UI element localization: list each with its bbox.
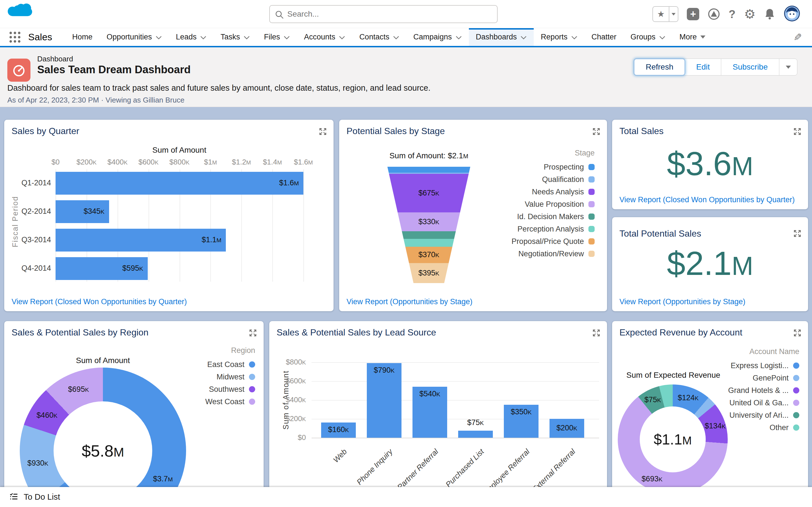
legend-item[interactable]: Negotiation/Review [518,247,595,260]
legend-account-name: Account Name Express Logisti... GenePoin… [728,345,799,434]
widget-title[interactable]: Total Potential Sales [619,228,701,239]
legend-stage: Stage Prospecting Qualification Needs An… [511,147,595,260]
edit-button[interactable]: Edit [685,59,721,75]
tab-dashboards[interactable]: Dashboards [469,28,534,46]
y-tick-label: $400K [275,395,306,404]
favorites-caret-icon[interactable] [669,13,678,15]
legend-item[interactable]: Value Proposition [525,198,595,210]
setup-gear-icon[interactable]: ⚙ [744,6,756,22]
app-launcher-waffle-icon[interactable] [8,28,21,46]
header-actions: Refresh Edit Subscribe [634,59,797,75]
widget-title[interactable]: Potential Sales by Stage [347,126,445,136]
legend-item[interactable]: Perception Analysis [517,223,595,235]
funnel-segment-Perception Analysis [388,239,470,247]
star-icon[interactable]: ★ [653,7,669,21]
gridline [312,362,599,363]
tab-groups[interactable]: Groups [623,28,672,46]
legend-swatch [589,226,595,232]
notifications-bell-icon[interactable] [764,8,775,20]
funnel-chart: $675K$330K$370K$395K [388,167,470,283]
expand-icon[interactable] [592,127,601,136]
tab-home[interactable]: Home [65,28,100,46]
legend-item[interactable]: United Oil & Ga... [729,397,799,409]
legend-region: Region East Coast Midwest Southwest West… [205,344,255,408]
legend-item[interactable]: Express Logisti... [730,359,799,372]
user-avatar[interactable] [784,5,800,23]
funnel-segment-Value Proposition: $330K [388,212,470,231]
legend-swatch [589,214,595,220]
panel-sales-by-quarter: Sales by Quarter Sum of Amount Fiscal Pe… [4,120,334,311]
tab-opportunities[interactable]: Opportunities [100,28,169,46]
legend-swatch [249,399,255,405]
guidance-center-icon[interactable] [708,8,720,20]
segment-value-label: $395K [418,269,439,277]
slice-label-Southwest: $460K [37,411,57,419]
slice-label-East Coast: $3.7M [153,474,173,483]
more-actions-caret[interactable] [779,59,797,75]
x-tick-label: $1.6M [284,158,323,166]
expand-icon[interactable] [793,127,802,136]
bar-value-label: $200K [542,424,592,432]
global-search [269,5,498,23]
tab-reports[interactable]: Reports [534,28,585,46]
view-report-link[interactable]: View Report (Closed Won Opportunities by… [619,195,795,204]
legend-swatch [793,412,799,418]
bar-value-label: $345K [56,207,105,216]
subscribe-button[interactable]: Subscribe [721,59,779,75]
todo-list-button[interactable]: To Do List [24,492,60,502]
legend-item[interactable]: West Coast [205,395,255,408]
donut-center-value: $1.1M [654,431,692,448]
todo-list-icon [9,492,18,503]
funnel-segment-Negotiation/Review: $395K [388,263,470,283]
legend-item[interactable]: Needs Analysis [532,186,595,198]
legend-item[interactable]: Midwest [216,371,255,383]
app-name[interactable]: Sales [28,28,52,46]
legend-item[interactable]: Prospecting [544,161,595,173]
legend-item[interactable]: Other [769,421,799,434]
panel-total-potential-sales: Total Potential Sales $2.1M View Report … [612,217,808,311]
legend-item[interactable]: Proposal/Price Quote [511,235,595,247]
chevron-down-icon [200,36,206,40]
tab-contacts[interactable]: Contacts [352,28,406,46]
legend-swatch [589,164,595,170]
legend-item[interactable]: Qualification [542,173,595,186]
chevron-down-icon [244,36,250,40]
refresh-button[interactable]: Refresh [634,59,685,75]
legend-item[interactable]: GenePoint [753,372,799,384]
panel-potential-sales-by-stage: Potential Sales by Stage Sum of Amount: … [339,120,607,311]
search-input[interactable] [287,6,493,22]
x-axis-line [312,438,599,438]
expand-icon[interactable] [793,229,802,238]
tab-leads[interactable]: Leads [169,28,214,46]
tab-tasks[interactable]: Tasks [213,28,257,46]
legend-item[interactable]: Id. Decision Makers [517,210,595,223]
edit-nav-pencil-icon[interactable]: ✎ [794,32,802,43]
chevron-down-icon [520,36,527,40]
funnel-segment-Proposal/Price Quote: $370K [388,247,470,263]
widget-title[interactable]: Total Sales [619,126,664,136]
legend-item[interactable]: Southwest [209,383,255,395]
legend-item[interactable]: Grand Hotels & ... [728,384,799,397]
app-nav-bar: Sales Home Opportunities Leads Tasks Fil… [0,28,812,47]
bar-value-label: $540K [405,390,455,398]
help-icon[interactable]: ? [728,8,735,20]
tab-campaigns[interactable]: Campaigns [406,28,469,46]
tab-files[interactable]: Files [257,28,297,46]
favorites-button[interactable]: ★ [652,6,678,22]
view-report-link[interactable]: View Report (Opportunities by Stage) [619,297,746,306]
legend-swatch [589,201,595,207]
legend-item[interactable]: East Coast [207,358,255,371]
view-report-link[interactable]: View Report (Opportunities by Stage) [347,297,472,306]
global-actions-icon[interactable]: + [687,8,699,20]
tab-accounts[interactable]: Accounts [297,28,352,46]
bar-value-label: $75K [450,418,501,427]
funnel-segment-Prospecting [388,167,470,173]
legend-item[interactable]: University of Ari... [729,409,799,421]
bar-value-label: $1.1M [56,235,221,244]
bar-value-label: $595K [56,264,143,273]
chevron-down-icon [339,36,345,40]
tab-chatter[interactable]: Chatter [585,28,624,46]
salesforce-cloud-logo[interactable] [7,3,32,21]
tab-more[interactable]: More [672,28,713,46]
view-report-link[interactable]: View Report (Closed Won Opportunities by… [11,297,187,306]
